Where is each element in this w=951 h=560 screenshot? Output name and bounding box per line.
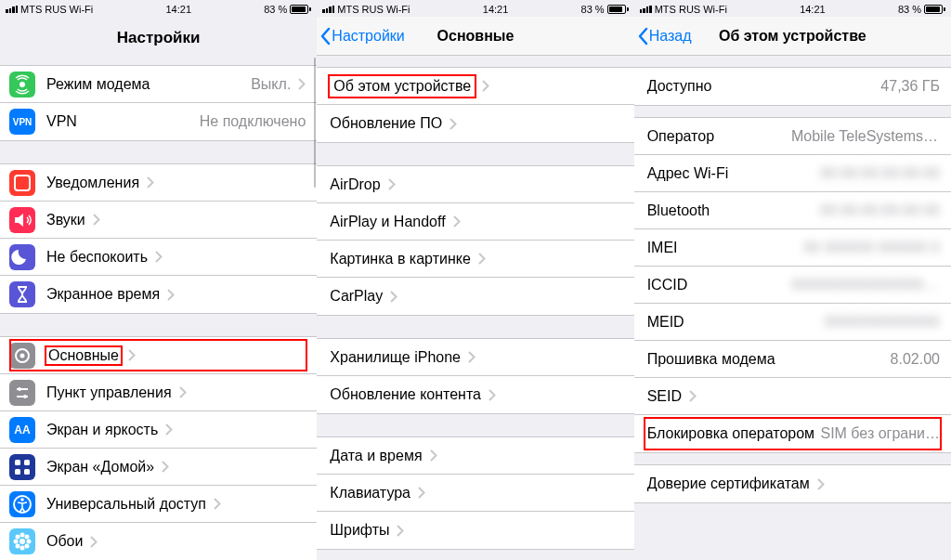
row-label: Звуки — [46, 212, 85, 228]
settings-row[interactable]: SEID — [634, 378, 951, 415]
nav-bar: Настройки — [0, 17, 317, 54]
page-title: Об этом устройстве — [719, 28, 866, 45]
general-screen: MTS RUS Wi-Fi 14:21 83 % Настройки Основ… — [317, 0, 633, 560]
row-value: 00000000000000000000 — [791, 277, 940, 293]
settings-row[interactable]: Уведомления — [0, 164, 317, 202]
row-label: Шрифты — [330, 522, 389, 539]
settings-row[interactable]: Режим модемаВыкл. — [0, 66, 317, 103]
chevron-right-icon — [489, 389, 496, 401]
chevron-right-icon — [482, 80, 489, 92]
row-value: 00000000000000 — [824, 314, 940, 331]
chevron-right-icon — [155, 251, 163, 263]
settings-row[interactable]: Адрес Wi-Fi00:00:00:00:00:00 — [634, 155, 951, 192]
carrier-label: MTS RUS Wi-Fi — [20, 4, 93, 15]
scrollbar[interactable] — [314, 58, 317, 188]
clock: 14:21 — [165, 4, 191, 15]
settings-row[interactable]: Доверие сертификатам — [634, 465, 951, 502]
chevron-right-icon — [390, 291, 397, 303]
chevron-right-icon — [397, 525, 404, 537]
settings-row[interactable]: Хранилище iPhone — [317, 339, 633, 376]
settings-row[interactable]: VPNVPNНе подключено — [0, 103, 317, 140]
chevron-right-icon — [817, 478, 825, 490]
chevron-right-icon — [453, 215, 461, 228]
chevron-right-icon — [90, 536, 98, 548]
settings-row[interactable]: ICCID00000000000000000000 — [634, 267, 951, 304]
settings-row[interactable]: Шрифты — [317, 512, 633, 549]
settings-row[interactable]: Экран «Домой» — [0, 449, 317, 486]
settings-row[interactable]: Прошивка модема8.02.00 — [634, 341, 951, 378]
settings-row[interactable]: MEID00000000000000 — [634, 304, 951, 341]
settings-row[interactable]: Bluetooth00:00:00:00:00:00 — [634, 192, 951, 229]
row-value: 00 000000 000000 0 — [803, 240, 940, 256]
settings-row[interactable]: Пункт управления — [0, 374, 317, 411]
page-title: Основные — [437, 28, 515, 45]
settings-row[interactable]: Обновление ПО — [317, 105, 633, 142]
settings-row[interactable]: Обои — [0, 523, 317, 560]
back-button[interactable]: Настройки — [320, 27, 404, 46]
speaker-icon — [9, 207, 35, 233]
row-label: MEID — [647, 314, 684, 331]
settings-row[interactable]: Клавиатура — [317, 475, 633, 512]
row-label: ICCID — [647, 277, 688, 293]
row-label: Картинка в картинке — [330, 251, 470, 267]
clock: 14:21 — [800, 4, 826, 15]
back-label: Назад — [649, 28, 692, 45]
svg-point-14 — [20, 546, 25, 551]
row-label: Дата и время — [330, 448, 422, 464]
flower-icon — [9, 528, 35, 554]
settings-group: Доступно47,36 ГБ — [634, 67, 951, 106]
settings-row[interactable]: CarPlay — [317, 278, 633, 315]
settings-row[interactable]: AAЭкран и яркость — [0, 411, 317, 449]
chevron-right-icon — [468, 351, 476, 363]
bell-icon — [9, 170, 35, 196]
battery-percent: 83 % — [581, 4, 605, 15]
svg-point-17 — [16, 535, 20, 540]
settings-row[interactable]: IMEI00 000000 000000 0 — [634, 229, 951, 267]
svg-point-4 — [18, 387, 21, 391]
row-label: Основные — [45, 345, 123, 366]
settings-row[interactable]: AirPlay и Handoff — [317, 203, 633, 241]
settings-row[interactable]: Экранное время — [0, 276, 317, 313]
battery-icon — [924, 5, 945, 14]
row-label: Обои — [46, 533, 83, 550]
settings-row[interactable]: Доступно47,36 ГБ — [634, 68, 951, 105]
chevron-right-icon — [162, 461, 169, 473]
svg-rect-8 — [15, 469, 20, 475]
settings-row[interactable]: Об этом устройстве — [317, 68, 633, 105]
svg-point-20 — [25, 544, 30, 549]
row-label: Блокировка оператором — [647, 425, 814, 442]
settings-row[interactable]: Основные — [0, 337, 317, 374]
svg-point-13 — [20, 533, 25, 538]
chevron-right-icon — [93, 214, 100, 226]
row-label: Оператор — [647, 128, 714, 145]
settings-row[interactable]: AirDrop — [317, 166, 633, 203]
back-button[interactable]: Назад — [638, 27, 692, 46]
svg-point-3 — [20, 353, 25, 358]
hotspot-icon — [9, 72, 35, 98]
settings-group: Режим модемаВыкл.VPNVPNНе подключено — [0, 65, 317, 141]
settings-group: Доверие сертификатам — [634, 464, 951, 503]
chevron-left-icon — [320, 27, 332, 46]
settings-group: ОператорMobile TeleSystems 41.7.9Адрес W… — [634, 117, 951, 453]
svg-point-15 — [14, 540, 19, 544]
row-label: Об этом устройстве — [328, 74, 476, 98]
settings-row[interactable]: Звуки — [0, 202, 317, 239]
row-label: Доверие сертификатам — [647, 475, 810, 492]
svg-point-0 — [20, 82, 25, 87]
settings-row[interactable]: Картинка в картинке — [317, 241, 633, 278]
status-bar: MTS RUS Wi-Fi 14:21 83 % — [634, 0, 951, 17]
row-value: 00:00:00:00:00:00 — [820, 165, 940, 182]
chevron-left-icon — [638, 27, 649, 46]
settings-row[interactable]: Универсальный доступ — [0, 486, 317, 523]
settings-row[interactable]: Обновление контента — [317, 376, 633, 413]
settings-row[interactable]: ОператорMobile TeleSystems 41.7.9 — [634, 118, 951, 155]
row-label: Пункт управления — [46, 384, 172, 401]
about-list: Доступно47,36 ГБОператорMobile TeleSyste… — [634, 56, 951, 560]
svg-point-5 — [23, 395, 27, 398]
settings-row[interactable]: Не беспокоить — [0, 239, 317, 276]
settings-row[interactable]: Дата и время — [317, 437, 633, 475]
settings-row[interactable]: Блокировка операторомSIM без ограни… — [634, 415, 951, 452]
chevron-right-icon — [430, 449, 437, 462]
row-label: AirPlay и Handoff — [330, 214, 445, 230]
row-value: Выкл. — [251, 76, 291, 93]
